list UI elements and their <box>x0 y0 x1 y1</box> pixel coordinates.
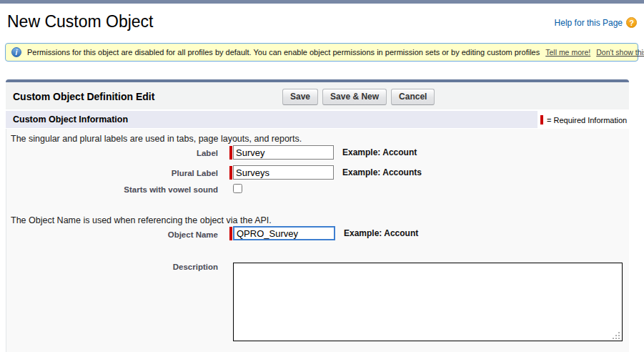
object-name-field-row: Example: Account <box>229 226 418 240</box>
page-title: New Custom Object <box>7 12 154 31</box>
form-area: The singular and plural labels are used … <box>6 129 629 352</box>
object-name-input[interactable] <box>233 226 335 240</box>
help-group: Help for this Page ? <box>555 17 637 28</box>
label-field-row: Example: Account <box>229 145 417 160</box>
vowel-field-row <box>233 184 242 193</box>
label-example-text: Example: Account <box>342 147 417 157</box>
required-legend-text: = Required Information <box>547 116 627 124</box>
page: New Custom Object Help for this Page ? i… <box>0 0 644 352</box>
section-header: Custom Object Definition Edit Save Save … <box>6 82 629 111</box>
required-indicator <box>229 166 232 180</box>
save-button[interactable]: Save <box>282 89 318 105</box>
required-indicator-icon <box>540 115 543 124</box>
info-banner: i Permissions for this object are disabl… <box>5 43 638 62</box>
help-icon[interactable]: ? <box>626 17 637 28</box>
label-field-label: Label <box>6 149 218 157</box>
plural-label-field-row: Example: Accounts <box>229 165 422 180</box>
top-accent-bar <box>0 0 644 4</box>
labels-intro-text: The singular and plural labels are used … <box>11 134 302 144</box>
starts-with-vowel-checkbox[interactable] <box>233 184 242 193</box>
dont-show-again-link[interactable]: Don't show this message again <box>596 48 644 57</box>
subsection-title: Custom Object Information <box>13 114 128 124</box>
banner-message: Permissions for this object are disabled… <box>27 48 540 57</box>
button-group: Save Save & New Cancel <box>282 89 435 105</box>
section-title: Custom Object Definition Edit <box>13 91 154 102</box>
description-field-label: Description <box>6 263 218 271</box>
help-link[interactable]: Help for this Page <box>555 18 623 28</box>
required-indicator <box>229 227 232 240</box>
save-and-new-button[interactable]: Save & New <box>322 89 387 105</box>
custom-object-edit-section: Custom Object Definition Edit Save Save … <box>6 79 629 352</box>
required-indicator <box>229 146 232 160</box>
object-name-example-text: Example: Account <box>344 228 418 238</box>
cancel-button[interactable]: Cancel <box>391 89 435 105</box>
plural-label-field-label: Plural Label <box>6 169 218 177</box>
label-input[interactable] <box>233 145 334 160</box>
vowel-field-label: Starts with vowel sound <box>6 185 218 194</box>
required-legend: = Required Information <box>538 111 629 129</box>
object-name-field-label: Object Name <box>6 230 218 239</box>
plural-label-input[interactable] <box>233 165 334 180</box>
plural-example-text: Example: Accounts <box>342 167 422 177</box>
description-field-row <box>233 263 623 343</box>
tell-me-more-link[interactable]: Tell me more! <box>545 48 590 57</box>
api-intro-text: The Object Name is used when referencing… <box>11 215 272 225</box>
subsection-header: Custom Object Information = Required Inf… <box>6 111 629 129</box>
info-icon: i <box>11 47 21 57</box>
description-textarea[interactable] <box>233 263 623 341</box>
resize-grip-icon[interactable] <box>618 338 620 339</box>
